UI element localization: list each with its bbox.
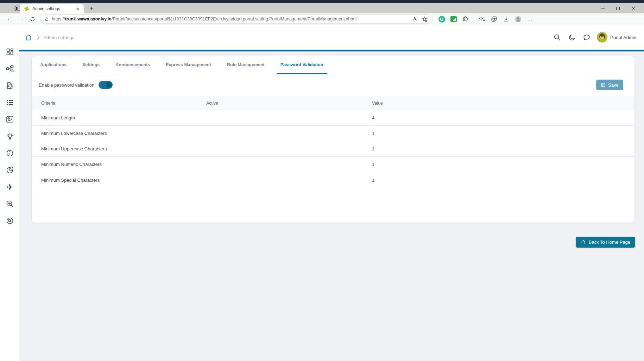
search-icon[interactable] [553,33,562,42]
airplane-icon: ✈ [6,183,14,192]
tab-settings[interactable]: Settings [78,56,103,74]
enable-validation-toggle[interactable] [99,81,113,89]
minimize-icon [601,8,605,8]
window-maximize-button[interactable] [610,3,626,13]
tab-applications[interactable]: Applications [36,56,70,74]
table-row: Minimum Lowercase Characters 1 [32,126,634,141]
dark-mode-moon-icon[interactable] [567,33,576,42]
admin-settings-card: Applications Settings Announcements Expr… [32,56,634,223]
home-icon [581,239,586,245]
sidebar-item-reports[interactable] [3,163,17,177]
col-header-active: Active [206,101,372,106]
portal-header: Admin settings Portal Admin [0,25,644,50]
back-button[interactable]: ← [4,14,15,24]
info-icon [6,149,14,157]
back-to-home-button[interactable]: Back To Home Page [576,237,635,248]
processes-icon [6,64,14,73]
pulse-magnifier-icon [6,200,14,208]
criteria-value: 1 [372,131,634,136]
grammarly-extension-icon[interactable]: G [436,14,447,24]
cases-icon [6,98,14,107]
enable-validation-label: Enable password validation [39,82,94,88]
new-tab-button[interactable]: + [87,5,96,13]
refresh-button[interactable] [27,14,38,24]
breadcrumb-current: Admin settings [43,35,75,40]
search-circle-icon [6,217,14,225]
sidebar-item-travel[interactable]: ✈ [3,180,17,194]
sidebar-item-global-search[interactable] [3,214,17,228]
url-text: https://trunk-wawa.axonivy.io/Portal/fac… [52,17,411,21]
user-avatar [597,32,607,43]
extensions-puzzle-icon[interactable] [460,14,471,24]
table-row: Minimum Length 4 [32,110,634,126]
criteria-value: 4 [372,115,634,120]
window-top-border [0,0,644,3]
read-aloud-icon[interactable]: A [411,15,420,23]
sidebar-item-dashboard[interactable] [3,45,17,59]
breadcrumb: Admin settings [24,25,75,50]
criteria-value: 1 [372,162,634,167]
criteria-label: Minimum Lowercase Characters [41,131,206,136]
criteria-label: Minimum Numeric Characters [41,162,206,167]
table-row: Minimum Uppercase Characters 1 [32,141,634,157]
criteria-label: Minimum Special Characters [41,178,206,183]
sidebar-item-tasks[interactable] [3,79,17,93]
home-icon[interactable] [24,33,33,42]
table-row: Minimum Special Characters 1 [32,172,634,188]
criteria-value: 1 [372,178,634,183]
tab-title: Admin settings [32,6,75,11]
sidebar: ✈ [0,25,19,361]
lock-icon[interactable] [45,17,49,21]
collections-icon[interactable] [489,14,499,24]
axonivy-favicon-icon [24,6,30,12]
sidebar-item-cases[interactable] [3,95,17,110]
lightbulb-icon [6,132,14,141]
user-menu[interactable]: Portal Admin [597,32,636,43]
sidebar-item-process-monitoring[interactable] [3,197,17,211]
pie-chart-icon [6,166,14,174]
window-minimize-button[interactable] [595,3,610,13]
criteria-table: Criteria Active Value Minimum Length 4 M… [32,96,634,188]
tab-close-icon[interactable]: × [75,6,81,12]
window-close-button[interactable]: × [626,3,641,13]
table-row: Minimum Numeric Characters 1 [32,157,634,172]
tab-password-validation[interactable]: Password Validation [277,56,327,74]
tab-express-management[interactable]: Express Management [162,56,215,74]
password-validation-controls: Enable password validation Save [32,74,634,93]
toolbar-divider [474,16,474,22]
sidebar-item-processes[interactable] [3,62,17,76]
dashboard-icon [6,48,14,56]
tasks-icon [6,81,14,90]
criteria-value: 1 [372,146,634,151]
statistics-icon [6,115,14,124]
browser-toolbar: ← → https://trunk-wawa.axonivy.io/Portal… [0,13,644,25]
add-favorite-star-icon[interactable] [420,15,429,23]
col-header-criteria: Criteria [41,101,206,106]
green-extension-icon[interactable] [448,14,459,24]
main-content: Applications Settings Announcements Expr… [19,51,644,361]
settings-tabbar: Applications Settings Announcements Expr… [32,56,634,74]
sidebar-item-statistics[interactable] [3,112,17,126]
downloads-icon[interactable] [501,14,511,24]
save-button[interactable]: Save [596,80,623,90]
sidebar-item-ideas[interactable] [3,129,17,143]
tab-announcements[interactable]: Announcements [112,56,154,74]
forward-button[interactable]: → [15,14,27,24]
breadcrumb-chevron-icon [37,35,40,40]
address-bar[interactable]: https://trunk-wawa.axonivy.io/Portal/fac… [40,14,433,24]
criteria-label: Minimum Length [41,115,206,120]
browser-tab-admin-settings[interactable]: Admin settings × [20,4,84,13]
save-floppy-icon [601,82,606,87]
toggle-knob [106,82,112,88]
sidebar-item-info[interactable] [3,146,17,160]
col-header-value: Value [372,101,634,106]
tab-role-management[interactable]: Role Management [223,56,269,74]
table-header-row: Criteria Active Value [32,96,634,110]
favorites-bar-icon[interactable] [477,14,487,24]
settings-more-icon[interactable]: … [525,14,535,24]
maximize-icon [616,7,620,10]
user-name: Portal Admin [610,35,636,40]
browser-profile-avatar[interactable] [513,14,523,24]
criteria-label: Minimum Uppercase Characters [41,146,206,151]
chat-icon[interactable] [582,33,591,42]
